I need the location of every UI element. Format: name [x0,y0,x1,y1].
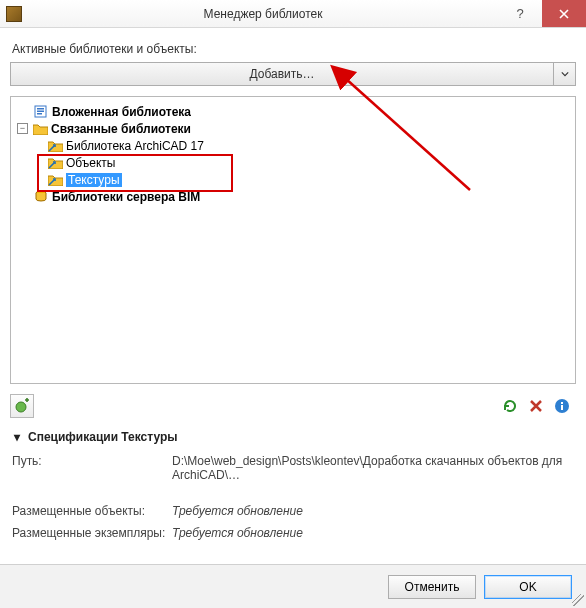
folder-icon [32,122,48,136]
collapse-toggle[interactable]: − [17,123,28,134]
svg-rect-3 [37,113,42,115]
dialog-footer: Отменить OK [0,564,586,608]
add-bar: Добавить… [10,62,576,86]
svg-point-5 [16,402,26,412]
info-icon [554,398,570,414]
chevron-down-icon [561,70,569,78]
placed-instances-row: Размещенные экземпляры: Требуется обновл… [12,526,574,540]
add-library-button[interactable] [10,394,34,418]
path-label: Путь: [12,454,172,482]
add-button[interactable]: Добавить… [10,62,554,86]
tree-item-linked[interactable]: − Связанные библиотеки [17,120,569,137]
plus-globe-icon [14,398,30,414]
close-icon [559,9,569,19]
svg-rect-7 [561,405,563,410]
placed-objects-label: Размещенные объекты: [12,504,172,518]
app-icon [6,6,22,22]
spec-header[interactable]: ▾ Спецификации Текстуры [10,430,576,444]
resize-grip[interactable] [572,594,584,606]
library-tree[interactable]: Вложенная библиотека − Связанные библиот… [10,96,576,384]
placed-objects-value: Требуется обновление [172,504,574,518]
placed-objects-row: Размещенные объекты: Требуется обновлени… [12,504,574,518]
svg-rect-8 [561,402,563,404]
folder-link-icon [47,139,63,153]
folder-link-icon [47,173,63,187]
tree-label: Вложенная библиотека [52,105,191,119]
help-button[interactable]: ? [498,0,542,27]
delete-icon [528,398,544,414]
svg-rect-1 [37,108,44,110]
ok-button[interactable]: OK [484,575,572,599]
content-area: Активные библиотеки и объекты: Добавить…… [0,28,586,540]
refresh-icon [502,398,518,414]
placed-instances-label: Размещенные экземпляры: [12,526,172,540]
active-libraries-label: Активные библиотеки и объекты: [12,42,576,56]
close-button[interactable] [542,0,586,27]
cancel-button[interactable]: Отменить [388,575,476,599]
chevron-down-icon: ▾ [10,430,24,444]
add-dropdown[interactable] [554,62,576,86]
tree-item-textures[interactable]: Текстуры [17,171,569,188]
window-buttons: ? [498,0,586,27]
remove-button[interactable] [524,394,548,418]
tree-toolbar [10,394,576,418]
tree-label-selected: Текстуры [66,173,122,187]
tree-item-bim[interactable]: Библиотеки сервера BIM [17,188,569,205]
path-value: D:\Moe\web_design\Posts\kleontev\Доработ… [172,454,574,482]
refresh-button[interactable] [498,394,522,418]
spec-details: Путь: D:\Moe\web_design\Posts\kleontev\Д… [12,454,574,540]
tree-item-embedded[interactable]: Вложенная библиотека [17,103,569,120]
info-button[interactable] [550,394,574,418]
server-icon [33,190,49,204]
tree-label: Объекты [66,156,116,170]
placed-instances-value: Требуется обновление [172,526,574,540]
tree-item-objects[interactable]: Объекты [17,154,569,171]
tree-label: Библиотеки сервера BIM [52,190,200,204]
doc-icon [33,105,49,119]
path-row: Путь: D:\Moe\web_design\Posts\kleontev\Д… [12,454,574,482]
tree-label: Связанные библиотеки [51,122,191,136]
tree-label: Библиотека ArchiCAD 17 [66,139,204,153]
svg-rect-2 [37,111,44,113]
titlebar: Менеджер библиотек ? [0,0,586,28]
window-title: Менеджер библиотек [28,7,498,21]
folder-link-icon [47,156,63,170]
spec-title: Спецификации Текстуры [28,430,178,444]
tree-item-archicad17[interactable]: Библиотека ArchiCAD 17 [17,137,569,154]
